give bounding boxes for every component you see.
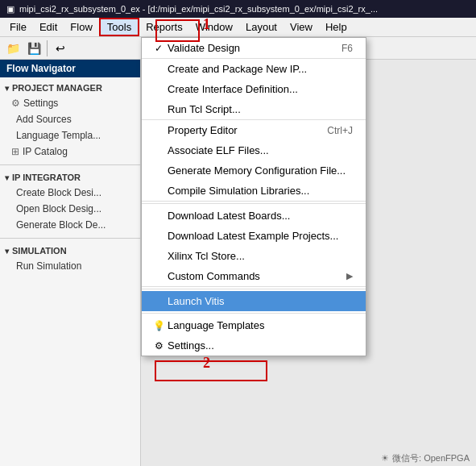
- language-templates-label: Language Templates: [168, 319, 353, 331]
- menu-validate-design[interactable]: ✓ Validate Design F6: [142, 38, 366, 59]
- menu-generate-memory[interactable]: Generate Memory Configuration File...: [142, 160, 366, 181]
- menu-edit[interactable]: Edit: [33, 18, 64, 36]
- settings-icon: ⚙: [151, 340, 166, 352]
- property-editor-label: Property Editor: [168, 124, 303, 136]
- settings-gear-icon: ⚙: [11, 98, 20, 109]
- pm-label: PROJECT MANAGER: [12, 83, 102, 93]
- sidebar-item-ip-catalog[interactable]: ⊞ IP Catalog: [0, 144, 140, 160]
- project-manager-header[interactable]: ▾ PROJECT MANAGER: [0, 81, 140, 95]
- title-bar: ▣ mipi_csi2_rx_subsystem_0_ex - [d:/mipi…: [0, 0, 476, 18]
- sim-label: SIMULATION: [12, 246, 67, 256]
- ip-integrator-section: ▾ IP INTEGRATOR Create Block Desi... Ope…: [0, 167, 140, 236]
- save-button[interactable]: 💾: [24, 40, 43, 57]
- menu-run-tcl[interactable]: Run Tcl Script...: [142, 99, 366, 120]
- open-block-label: Open Block Desig...: [16, 203, 101, 214]
- language-templates-icon: 💡: [151, 320, 166, 331]
- undo-button[interactable]: ↩: [51, 40, 70, 57]
- check-icon: ✓: [151, 43, 166, 54]
- menu-language-templates[interactable]: 💡 Language Templates: [142, 315, 366, 335]
- compile-sim-label: Compile Simulation Libraries...: [168, 185, 353, 197]
- property-editor-shortcut: Ctrl+J: [327, 125, 353, 136]
- menu-reports[interactable]: Reports: [139, 18, 189, 36]
- menu-create-interface[interactable]: Create Interface Definition...: [142, 79, 366, 99]
- simulation-section: ▾ SIMULATION Run Simulation: [0, 240, 140, 277]
- toolbar-separator: [47, 40, 48, 56]
- menu-tools[interactable]: Tools: [99, 18, 139, 36]
- download-boards-label: Download Latest Boards...: [168, 210, 353, 222]
- menu-settings[interactable]: ⚙ Settings...: [142, 335, 366, 356]
- validate-shortcut: F6: [341, 43, 353, 54]
- pm-arrow-icon: ▾: [5, 84, 9, 93]
- project-manager-section: ▾ PROJECT MANAGER ⚙ Settings Add Sources…: [0, 77, 140, 163]
- section-divider-1: [0, 164, 140, 165]
- flow-navigator: Flow Navigator ▾ PROJECT MANAGER ⚙ Setti…: [0, 60, 141, 466]
- submenu-arrow-icon: ▶: [346, 271, 353, 281]
- xilinx-tcl-label: Xilinx Tcl Store...: [168, 250, 353, 262]
- section-divider-2: [0, 238, 140, 239]
- generate-memory-label: Generate Memory Configuration File...: [168, 164, 353, 177]
- menu-custom-commands[interactable]: Custom Commands ▶: [142, 266, 366, 287]
- sidebar-item-settings[interactable]: ⚙ Settings: [0, 95, 140, 111]
- generate-block-label: Generate Block De...: [16, 219, 106, 231]
- run-tcl-label: Run Tcl Script...: [168, 103, 353, 115]
- separator-boards: [142, 203, 366, 204]
- settings-label: Settings...: [168, 339, 353, 352]
- lang-templates-label: Language Templa...: [16, 130, 101, 141]
- menu-create-package[interactable]: Create and Package New IP...: [142, 59, 366, 79]
- sim-arrow-icon: ▾: [5, 247, 9, 256]
- sidebar-item-run-simulation[interactable]: Run Simulation: [0, 258, 140, 274]
- separator-launch: [142, 289, 366, 289]
- menu-xilinx-tcl[interactable]: Xilinx Tcl Store...: [142, 246, 366, 266]
- sidebar-item-generate-block[interactable]: Generate Block De...: [0, 217, 140, 233]
- custom-commands-label: Custom Commands: [168, 270, 346, 282]
- separator-templates: [142, 313, 366, 314]
- create-block-label: Create Block Desi...: [16, 187, 101, 198]
- open-button[interactable]: 📁: [3, 40, 23, 57]
- tools-dropdown-menu[interactable]: ✓ Validate Design F6 Create and Package …: [141, 37, 366, 356]
- ip-catalog-label: IP Catalog: [23, 146, 68, 157]
- menu-view[interactable]: View: [284, 18, 319, 36]
- create-interface-label: Create Interface Definition...: [168, 83, 353, 95]
- title-text: mipi_csi2_rx_subsystem_0_ex - [d:/mipi_e…: [19, 4, 378, 14]
- menu-bar: File Edit Flow Tools Reports Window Layo…: [0, 18, 476, 37]
- menu-associate-elf[interactable]: Associate ELF Files...: [142, 140, 366, 160]
- validate-design-label: Validate Design: [168, 42, 317, 54]
- menu-download-example[interactable]: Download Latest Example Projects...: [142, 226, 366, 246]
- ip-integrator-header[interactable]: ▾ IP INTEGRATOR: [0, 170, 140, 185]
- menu-launch-vitis[interactable]: Launch Vitis: [142, 291, 366, 311]
- simulation-header[interactable]: ▾ SIMULATION: [0, 243, 140, 258]
- sidebar-item-language-templates[interactable]: Language Templa...: [0, 127, 140, 144]
- menu-help[interactable]: Help: [319, 18, 354, 36]
- sidebar-item-add-sources[interactable]: Add Sources: [0, 111, 140, 127]
- app-icon: ▣: [6, 4, 14, 15]
- ip-arrow-icon: ▾: [5, 173, 9, 182]
- sidebar-title: Flow Navigator: [0, 60, 140, 77]
- run-sim-label: Run Simulation: [16, 260, 81, 272]
- menu-layout[interactable]: Layout: [239, 18, 284, 36]
- menu-compile-sim[interactable]: Compile Simulation Libraries...: [142, 181, 366, 202]
- sidebar-item-open-block[interactable]: Open Block Desig...: [0, 201, 140, 217]
- associate-elf-label: Associate ELF Files...: [168, 144, 353, 156]
- launch-vitis-label: Launch Vitis: [168, 295, 353, 307]
- add-sources-label: Add Sources: [16, 114, 72, 125]
- sidebar-item-create-block[interactable]: Create Block Desi...: [0, 185, 140, 201]
- menu-flow[interactable]: Flow: [64, 18, 98, 36]
- menu-window[interactable]: Window: [189, 18, 239, 36]
- menu-property-editor[interactable]: Property Editor Ctrl+J: [142, 120, 366, 140]
- ip-catalog-icon: ⊞: [11, 146, 19, 157]
- create-package-label: Create and Package New IP...: [168, 63, 353, 75]
- menu-download-boards[interactable]: Download Latest Boards...: [142, 206, 366, 226]
- download-example-label: Download Latest Example Projects...: [168, 230, 353, 242]
- ip-label: IP INTEGRATOR: [12, 173, 81, 182]
- menu-file[interactable]: File: [3, 18, 33, 36]
- settings-label: Settings: [23, 98, 58, 109]
